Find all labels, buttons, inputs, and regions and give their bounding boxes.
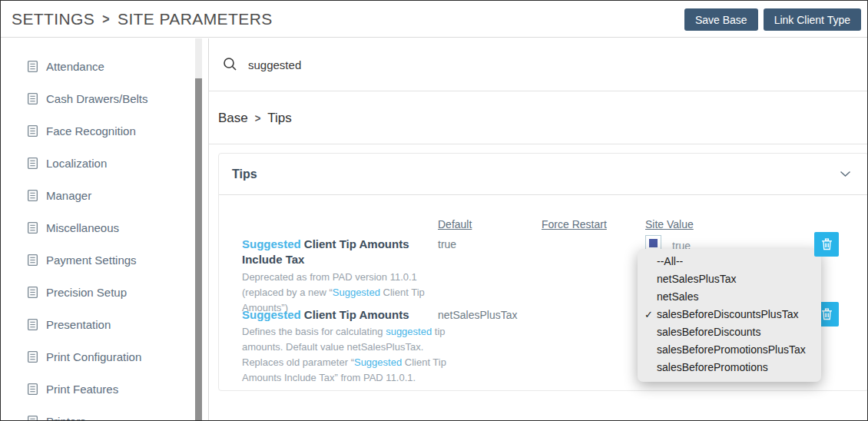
search-match-highlight: Suggested (242, 308, 301, 321)
breadcrumb-base[interactable]: Base (218, 111, 248, 126)
option-label: salesBeforePromotions (657, 361, 768, 373)
header-actions: Save Base Link Client Type (684, 8, 861, 31)
document-icon (26, 189, 39, 202)
sidebar-item-label: Printers (46, 415, 86, 421)
parameters-sidebar: Attendance Cash Drawers/Belts Face Recog… (1, 38, 195, 420)
dropdown-option-salesbeforepromotions[interactable]: salesBeforePromotions (638, 359, 821, 376)
option-label: salesBeforePromotionsPlusTax (657, 343, 806, 356)
dropdown-option-salesbeforepromotionsplustax[interactable]: salesBeforePromotionsPlusTax (638, 341, 821, 359)
search-bar (209, 38, 867, 91)
breadcrumb-settings: SETTINGS (12, 10, 94, 28)
sidebar-item-label: Manager (46, 189, 91, 202)
checkbox-checked-mark (649, 239, 658, 247)
app-header: SETTINGS > SITE PARAMETERS Save Base Lin… (1, 1, 867, 38)
document-icon (26, 124, 39, 138)
chevron-down-icon[interactable] (840, 171, 851, 177)
document-icon (26, 157, 39, 170)
document-icon (26, 221, 39, 234)
dropdown-option-all[interactable]: --All-- (638, 253, 821, 270)
search-input[interactable] (248, 54, 786, 75)
description-text: Defines the basis for calculating (242, 326, 386, 337)
check-icon: ✓ (644, 306, 653, 323)
dropdown-option-netsales[interactable]: netSales (638, 288, 821, 306)
document-icon (26, 92, 39, 105)
search-match-highlight: Suggested (242, 237, 301, 250)
sidebar-item-print-features[interactable]: Print Features (1, 373, 195, 405)
sidebar-item-label: Presentation (46, 318, 111, 331)
sidebar-item-label: Cash Drawers/Belts (46, 92, 148, 105)
sidebar-item-localization[interactable]: Localization (1, 147, 195, 179)
search-icon (223, 57, 237, 71)
column-header-default[interactable]: Default (438, 218, 472, 230)
sidebar-item-print-configuration[interactable]: Print Configuration (1, 340, 195, 373)
default-value: true (438, 238, 456, 250)
site-parameters-window: SETTINGS > SITE PARAMETERS Save Base Lin… (0, 0, 868, 421)
chevron-right-icon: > (255, 111, 261, 124)
section-title: Tips (232, 167, 257, 181)
sidebar-item-label: Miscellaneous (46, 221, 119, 234)
option-label: --All-- (657, 255, 683, 267)
parameter-title: Suggested Client Tip Amounts Include Tax (242, 237, 443, 267)
breadcrumb-tips[interactable]: Tips (267, 111, 292, 126)
column-header-force-restart[interactable]: Force Restart (542, 218, 607, 230)
dropdown-option-salesbeforediscounts[interactable]: salesBeforeDiscounts (638, 323, 821, 341)
link-client-type-button[interactable]: Link Client Type (764, 8, 861, 31)
parameter-title-text: Client Tip Amounts (301, 308, 409, 321)
trash-icon (821, 238, 833, 250)
document-icon (26, 383, 39, 396)
tips-section-header[interactable]: Tips (219, 154, 868, 195)
breadcrumb: Base > Tips (218, 111, 292, 126)
chevron-right-icon: > (102, 11, 110, 27)
sidebar-item-face-recognition[interactable]: Face Recognition (1, 114, 195, 147)
content-breadcrumb-row: Base > Tips (209, 92, 867, 144)
dropdown-option-salesbeforediscountsplustax[interactable]: ✓ salesBeforeDiscountsPlusTax (638, 306, 821, 323)
option-label: salesBeforeDiscounts (657, 326, 760, 338)
default-value: netSalesPlusTax (438, 309, 518, 321)
delete-site-value-button[interactable] (814, 232, 839, 257)
search-match-highlight: suggested (386, 326, 432, 337)
sidebar-item-manager[interactable]: Manager (1, 179, 195, 211)
option-label: netSales (657, 290, 698, 303)
document-icon (26, 318, 39, 331)
parameter-title: Suggested Client Tip Amounts (242, 307, 443, 323)
page-title: SETTINGS > SITE PARAMETERS (12, 10, 273, 28)
search-match-highlight: Suggested (354, 356, 402, 368)
parameter-description: Defines the basis for calculating sugges… (242, 324, 446, 386)
sidebar-item-miscellaneous[interactable]: Miscellaneous (1, 211, 195, 244)
document-icon (26, 254, 39, 267)
column-header-site-value[interactable]: Site Value (645, 218, 694, 230)
sidebar-item-label: Print Features (46, 383, 118, 396)
sidebar-item-label: Localization (46, 157, 107, 170)
breadcrumb-site-parameters: SITE PARAMETERS (118, 10, 273, 28)
sidebar-item-precision-setup[interactable]: Precision Setup (1, 276, 195, 308)
sidebar-item-label: Precision Setup (46, 286, 127, 299)
sidebar-item-payment-settings[interactable]: Payment Settings (1, 244, 195, 276)
sidebar-scrollbar[interactable] (195, 38, 202, 420)
sidebar-item-label: Print Configuration (46, 350, 141, 363)
trash-icon (821, 308, 833, 320)
sidebar-item-cash-drawers[interactable]: Cash Drawers/Belts (1, 82, 195, 114)
sidebar-item-printers[interactable]: Printers (1, 405, 195, 420)
sidebar-item-attendance[interactable]: Attendance (1, 50, 195, 82)
document-icon (26, 60, 39, 73)
option-label: salesBeforeDiscountsPlusTax (657, 308, 798, 320)
sidebar-scrollbar-thumb[interactable] (195, 78, 202, 421)
save-base-button[interactable]: Save Base (684, 8, 758, 31)
document-icon (26, 415, 39, 421)
sidebar-item-presentation[interactable]: Presentation (1, 308, 195, 340)
sidebar-item-label: Attendance (46, 60, 104, 73)
document-icon (26, 286, 39, 299)
search-match-highlight: Suggested (333, 287, 380, 298)
option-label: netSalesPlusTax (657, 273, 737, 285)
site-value-dropdown-menu: --All-- netSalesPlusTax netSales ✓ sales… (638, 249, 821, 382)
dropdown-option-netsalesplustax[interactable]: netSalesPlusTax (638, 270, 821, 288)
document-icon (26, 350, 39, 363)
sidebar-item-label: Payment Settings (46, 254, 137, 267)
sidebar-item-label: Face Recognition (46, 124, 136, 138)
